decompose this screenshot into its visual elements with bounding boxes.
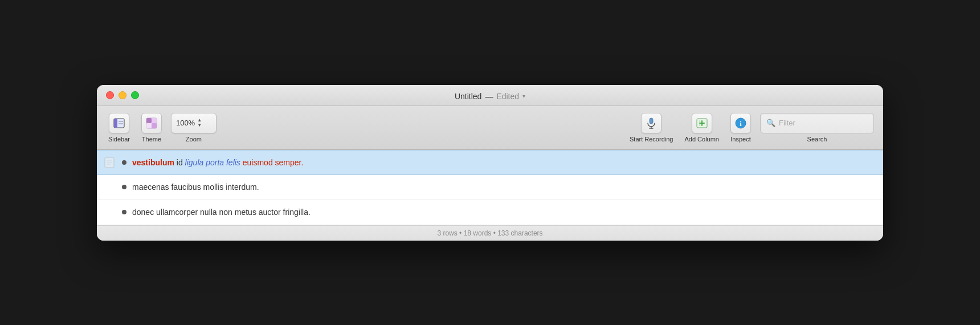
bullet-point (122, 185, 126, 189)
text-ligula: ligula porta felis (185, 158, 240, 167)
table-row[interactable]: donec ullamcorper nulla non metus auctor… (97, 200, 883, 225)
row-text-3: donec ullamcorper nulla non metus auctor… (132, 208, 311, 217)
row-text-1: vestibulum id ligula porta felis euismod… (132, 158, 303, 167)
sidebar-icon-wrap (109, 113, 129, 133)
content-area: vestibulum id ligula porta felis euismod… (97, 150, 883, 225)
bullet-point (122, 210, 126, 214)
add-column-button[interactable]: Add Column (680, 111, 724, 145)
close-button[interactable] (106, 91, 114, 99)
row-text-2: maecenas faucibus mollis interdum. (132, 182, 259, 192)
svg-text:i: i (740, 119, 742, 128)
zoom-value: 100% (176, 119, 195, 127)
start-recording-button[interactable]: Start Recording (625, 111, 677, 145)
title-name: Untitled (455, 92, 481, 101)
search-box[interactable]: 🔍 Filter (760, 113, 874, 133)
inspect-icon: i (734, 117, 747, 129)
status-bar: 3 rows • 18 words • 133 characters (97, 225, 883, 241)
theme-icon-wrap (141, 113, 162, 133)
theme-label: Theme (142, 136, 161, 143)
zoom-label: Zoom (186, 136, 202, 143)
sidebar-button[interactable]: Sidebar (104, 111, 134, 145)
svg-rect-9 (650, 118, 653, 124)
bullet-point (122, 160, 126, 165)
search-placeholder: Filter (779, 119, 795, 127)
text-vestibulum: vestibulum (132, 158, 174, 167)
zoom-control: 100% ▲ ▼ Zoom (169, 111, 219, 145)
theme-button[interactable]: Theme (137, 111, 166, 145)
maximize-button[interactable] (131, 91, 139, 99)
inspect-icon-wrap: i (730, 113, 751, 133)
svg-rect-1 (114, 119, 117, 128)
zoom-input-wrap[interactable]: 100% ▲ ▼ (171, 113, 217, 133)
sidebar-icon (113, 117, 125, 129)
table-row[interactable]: vestibulum id ligula porta felis euismod… (97, 150, 883, 175)
start-recording-label: Start Recording (630, 136, 673, 143)
microphone-icon (645, 117, 658, 129)
svg-rect-8 (146, 123, 152, 128)
chevron-down-icon[interactable]: ▾ (522, 93, 525, 99)
svg-rect-5 (146, 118, 152, 123)
start-recording-icon-wrap (641, 113, 662, 133)
inspect-button[interactable]: i Inspect (726, 111, 756, 145)
text-euismod: euismod semper. (243, 158, 304, 167)
add-column-icon-wrap (692, 113, 712, 133)
doc-icon (104, 157, 115, 168)
table-row[interactable]: maecenas faucibus mollis interdum. (97, 175, 883, 200)
svg-rect-7 (152, 118, 157, 123)
minimize-button[interactable] (119, 91, 126, 99)
window-title: Untitled — Edited ▾ (455, 92, 525, 101)
search-wrap: 🔍 Filter Search (758, 111, 876, 145)
status-text: 3 rows • 18 words • 133 characters (437, 229, 542, 237)
title-edited: Edited (496, 92, 519, 101)
add-column-label: Add Column (684, 136, 719, 143)
add-column-icon (696, 117, 708, 129)
app-window: Untitled — Edited ▾ Sidebar (97, 85, 883, 241)
theme-icon (145, 117, 158, 129)
search-label: Search (807, 136, 827, 143)
sidebar-label: Sidebar (108, 136, 130, 143)
traffic-lights (106, 91, 139, 99)
title-separator: — (485, 92, 493, 101)
title-bar: Untitled — Edited ▾ (97, 85, 883, 106)
inspect-label: Inspect (730, 136, 750, 143)
toolbar: Sidebar Theme 100% ▲ ▼ (97, 106, 883, 150)
svg-rect-6 (152, 123, 157, 128)
search-icon: 🔍 (766, 119, 775, 127)
zoom-arrows: ▲ ▼ (197, 118, 202, 128)
text-id: id (177, 158, 185, 167)
zoom-down-arrow[interactable]: ▼ (197, 123, 202, 128)
